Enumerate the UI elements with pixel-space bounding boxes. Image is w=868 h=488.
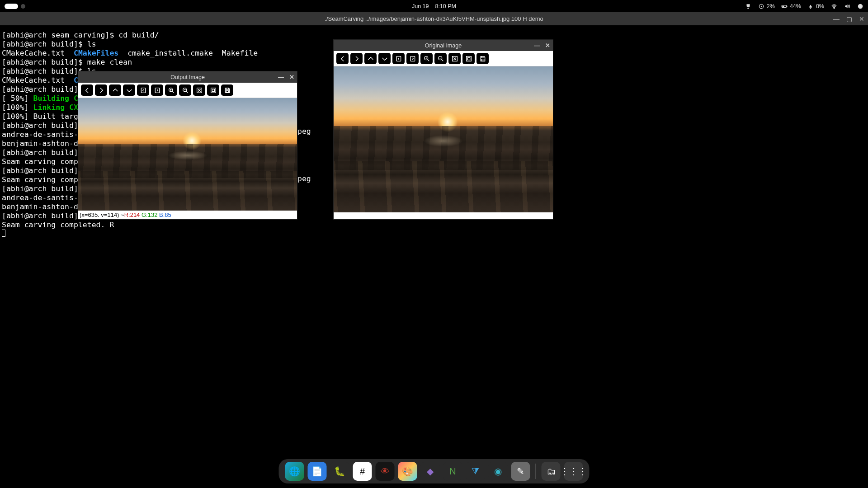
terminal-titlebar[interactable]: ./SeamCarving ../images/benjamin-ashton-… <box>0 12 868 25</box>
page-prev-icon[interactable] <box>137 84 149 96</box>
obsidian-icon[interactable]: ◆ <box>421 462 440 481</box>
svg-rect-22 <box>467 57 470 60</box>
svg-rect-8 <box>155 88 159 93</box>
original-image-window[interactable]: Original Image — ✕ <box>333 39 553 220</box>
svg-rect-12 <box>211 88 216 93</box>
zoom-out-icon[interactable] <box>434 53 447 64</box>
maximize-button[interactable]: ▢ <box>846 15 852 23</box>
cpu-pct: 2% <box>767 3 775 9</box>
output-title: Output Image <box>170 74 205 80</box>
status-r: R:214 <box>124 211 140 218</box>
output-image-window[interactable]: Output Image — ✕ (x=635. v=114) ~ R:214 … <box>78 71 297 220</box>
status-b: B:85 <box>159 211 171 218</box>
zoom-in-icon[interactable] <box>420 53 433 64</box>
original-toolbar <box>334 51 553 66</box>
transmission-icon[interactable]: 🐛 <box>330 462 349 481</box>
original-titlebar[interactable]: Original Image — ✕ <box>334 40 553 51</box>
svg-rect-3 <box>783 5 784 6</box>
gimp-icon[interactable]: ✎ <box>511 462 530 481</box>
system-tray[interactable]: 2% 44% 0% <box>745 3 863 9</box>
system-bar: Jun 19 8:10 PM 2% 44% 0% <box>0 0 868 12</box>
activities-pill[interactable] <box>5 4 18 9</box>
original-title: Original Image <box>425 42 462 49</box>
battery-pct: 44% <box>790 3 801 9</box>
svg-rect-16 <box>396 56 401 61</box>
save-icon[interactable] <box>221 84 233 96</box>
close-button[interactable]: ✕ <box>859 15 864 23</box>
terminal-title: ./SeamCarving ../images/benjamin-ashton-… <box>325 15 543 22</box>
arrow-right-icon[interactable] <box>350 53 363 64</box>
fit-icon[interactable] <box>448 53 461 64</box>
files-icon[interactable]: 🗂 <box>542 462 561 481</box>
power-icon[interactable] <box>857 3 863 9</box>
wifi-icon[interactable] <box>830 3 837 9</box>
svg-point-1 <box>761 5 762 6</box>
output-close-button[interactable]: ✕ <box>289 74 294 80</box>
svg-rect-7 <box>141 88 145 93</box>
output-titlebar[interactable]: Output Image — ✕ <box>78 71 297 83</box>
battery-icon <box>781 3 788 9</box>
rog-icon[interactable]: 👁 <box>376 462 395 481</box>
net-pct: 0% <box>816 3 824 9</box>
notes-icon[interactable]: 📄 <box>308 462 327 481</box>
page-prev-icon[interactable] <box>392 53 405 64</box>
status-g: G:132 <box>142 211 157 218</box>
original-size-icon[interactable] <box>207 84 219 96</box>
svg-rect-4 <box>787 5 788 6</box>
colors-icon[interactable]: 🎨 <box>398 462 417 481</box>
output-statusbar: (x=635. v=114) ~ R:214 G:132 B:85 <box>78 211 297 219</box>
dock[interactable]: 🌐📄🐛#👁🎨◆N⧩◉✎🗂⋮⋮⋮ <box>279 459 590 483</box>
svg-rect-17 <box>410 56 415 61</box>
dock-separator <box>536 464 536 479</box>
svg-rect-24 <box>481 59 484 61</box>
arrow-right-icon[interactable] <box>95 84 107 96</box>
svg-rect-15 <box>226 90 228 92</box>
time-label[interactable]: 8:10 PM <box>435 3 456 9</box>
page-next-icon[interactable] <box>406 53 419 64</box>
vscode-icon[interactable]: ⧩ <box>466 462 485 481</box>
arrow-down-icon[interactable] <box>378 53 391 64</box>
browser-icon[interactable]: 🌐 <box>285 462 304 481</box>
zoom-in-icon[interactable] <box>165 84 177 96</box>
output-image-area[interactable] <box>78 98 297 211</box>
status-coords: (x=635. v=114) ~ <box>80 211 124 218</box>
fit-icon[interactable] <box>193 84 205 96</box>
svg-rect-23 <box>481 56 484 57</box>
svg-rect-21 <box>466 56 471 61</box>
original-footer-blank <box>334 212 553 219</box>
apps-icon[interactable]: ⋮⋮⋮ <box>564 462 583 481</box>
arrow-left-icon[interactable] <box>336 53 349 64</box>
neovim-icon[interactable]: N <box>443 462 462 481</box>
arrow-up-icon[interactable] <box>364 53 377 64</box>
output-toolbar <box>78 83 297 98</box>
net-icon <box>807 3 814 9</box>
original-close-button[interactable]: ✕ <box>545 42 550 49</box>
cpu-icon <box>758 3 765 9</box>
original-minimize-button[interactable]: — <box>534 42 540 49</box>
minimize-button[interactable]: — <box>833 15 840 23</box>
output-minimize-button[interactable]: — <box>278 74 284 80</box>
arrow-down-icon[interactable] <box>123 84 135 96</box>
svg-point-5 <box>834 8 835 9</box>
workspace-dot[interactable] <box>21 4 25 9</box>
svg-rect-13 <box>212 89 214 91</box>
arrow-left-icon[interactable] <box>81 84 93 96</box>
page-next-icon[interactable] <box>151 84 163 96</box>
save-icon[interactable] <box>476 53 489 64</box>
svg-rect-14 <box>226 88 228 89</box>
date-label[interactable]: Jun 19 <box>412 3 429 9</box>
keyboard-icon[interactable] <box>745 3 752 9</box>
hash-icon[interactable]: # <box>353 462 372 481</box>
edge-icon[interactable]: ◉ <box>489 462 508 481</box>
original-image-area[interactable] <box>334 66 553 212</box>
original-size-icon[interactable] <box>462 53 475 64</box>
volume-icon[interactable] <box>844 3 850 9</box>
zoom-out-icon[interactable] <box>179 84 191 96</box>
arrow-up-icon[interactable] <box>109 84 121 96</box>
